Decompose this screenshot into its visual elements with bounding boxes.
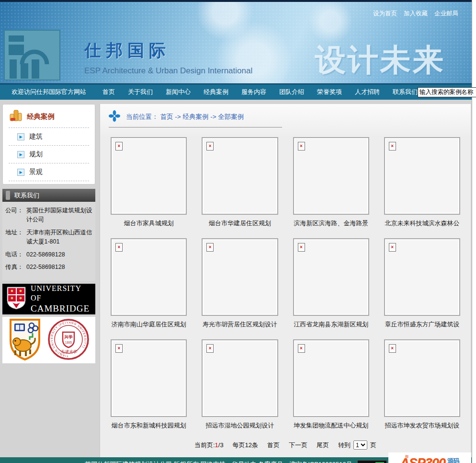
first-page-link[interactable]: 首页 xyxy=(267,441,280,450)
case-image-placeholder[interactable]: × xyxy=(202,238,278,316)
pagination: 当前页:1/3 每页12条 首页 下一页 尾页 转到 1 页 xyxy=(100,440,471,450)
sidebar-item-planning[interactable]: ▶ 规划 xyxy=(9,146,89,163)
next-page-link[interactable]: 下一页 xyxy=(289,441,307,450)
case-title-link[interactable]: 寿光市胡营居住区规划设计 xyxy=(202,316,278,329)
nav-item-jobs[interactable]: 人才招聘 xyxy=(355,88,380,96)
per-page-info: 每页12条 xyxy=(233,441,258,450)
case-item: × 坤发集团物流配送中心规划 xyxy=(293,339,369,430)
sidebar-item-label: 规划 xyxy=(29,150,43,159)
case-item: × 济南市南山华庭居住区规划 xyxy=(111,238,187,329)
nav-item-home[interactable]: 首页 xyxy=(102,88,115,96)
flower-icon xyxy=(109,110,120,124)
case-image-placeholder[interactable]: × xyxy=(293,339,369,417)
enterprise-mail-link[interactable]: 企业邮局 xyxy=(434,10,458,18)
case-title-link[interactable]: 滨海新区滨海路、金海路景 xyxy=(293,215,369,228)
tianjin-university-seal-icon: TIANJIN UNIVERSITY (PEIYANG UNIVERSITY) … xyxy=(48,319,89,362)
breadcrumb: 当前位置： 首页 -> 经典案例 -> 全部案例 xyxy=(100,104,471,127)
nav-item-cases[interactable]: 经典案例 xyxy=(204,88,228,96)
case-image-placeholder[interactable]: × xyxy=(111,339,187,417)
cambridge-line2: CAMBRIDGE xyxy=(31,303,91,314)
sidebar-item-label: 建筑 xyxy=(29,132,43,141)
current-page-number: 1 xyxy=(215,441,218,449)
contact-accent-bar xyxy=(6,191,10,200)
goto-label: 转到 xyxy=(338,441,351,450)
broken-image-icon: × xyxy=(115,243,123,252)
case-title-link[interactable]: 烟台市家具城规划 xyxy=(111,215,187,228)
contact-label: 公司： xyxy=(5,206,26,225)
contact-header: 联系我们 xyxy=(2,189,95,202)
case-title-link[interactable]: 章丘市恒盛东方广场建筑设 xyxy=(384,316,460,329)
case-title-link[interactable]: 北京未来科技城滨水森林公 xyxy=(384,215,460,228)
contact-value: 天津市南开区鞍山西道信诚大厦1-801 xyxy=(26,228,92,247)
last-page-link[interactable]: 尾页 xyxy=(317,441,329,450)
site-banner: 设为首页 加入收藏 企业邮局 仕邦国际 ESP Architecture & U… xyxy=(0,2,472,83)
cambridge-logo: UNIVERSITY OF CAMBRIDGE xyxy=(2,284,95,314)
nav-item-contact[interactable]: 联系我们 xyxy=(393,88,418,96)
case-title-link[interactable]: 烟台市东和新城科技园规划 xyxy=(111,417,187,430)
case-image-placeholder[interactable]: × xyxy=(293,238,369,316)
site-subtitle: ESP Architecture & Urban Design Internat… xyxy=(84,66,252,76)
broken-image-icon: × xyxy=(389,142,396,150)
current-page-info: 当前页:1/3 xyxy=(194,441,224,450)
case-image-placeholder[interactable]: × xyxy=(384,339,460,417)
broken-image-icon: × xyxy=(298,344,305,353)
case-item: × 烟台市华建居住区规划 xyxy=(202,137,278,228)
goto-page-group: 转到 1 页 xyxy=(338,440,376,450)
page-select[interactable]: 1 xyxy=(353,440,367,450)
nav-item-services[interactable]: 服务内容 xyxy=(241,88,266,96)
breadcrumb-label: 当前位置： xyxy=(126,113,159,121)
case-title-link[interactable]: 坤发集团物流配送中心规划 xyxy=(293,417,369,430)
nav-item-about[interactable]: 关于我们 xyxy=(128,88,153,96)
case-image-placeholder[interactable]: × xyxy=(293,137,369,215)
cnzz-stats-badge[interactable]: CNZZ xyxy=(357,460,387,463)
case-title-link[interactable]: 招远市湿地公园规划设计 xyxy=(202,417,278,430)
broken-image-icon: × xyxy=(389,243,396,252)
flame-icon: ≋ xyxy=(405,453,410,460)
case-item: × 招远市坤发农贸市场规划设 xyxy=(384,339,460,430)
buildings-icon xyxy=(9,109,23,124)
cases-grid: × 烟台市家具城规划 × 烟台市华建居住区规划 × 滨海新区滨海路、金海路景 xyxy=(100,127,471,433)
case-title-link[interactable]: 招远市坤发农贸市场规划设 xyxy=(384,417,460,430)
contact-row-phone: 电话： 022-58698128 xyxy=(5,250,92,259)
case-image-placeholder[interactable]: × xyxy=(202,339,278,417)
nav-item-news[interactable]: 新闻中心 xyxy=(166,88,191,96)
case-image-placeholder[interactable]: × xyxy=(384,238,460,316)
sidebar-item-landscape[interactable]: ▶ 景观 xyxy=(9,163,89,181)
contact-label: 地址： xyxy=(5,228,26,247)
breadcrumb-path[interactable]: 首页 -> 经典案例 -> 全部案例 xyxy=(160,113,244,121)
case-item: × 滨海新区滨海路、金海路景 xyxy=(293,137,369,228)
site-title-block: 仕邦国际 ESP Architecture & Urban Design Int… xyxy=(84,39,252,76)
cases-menu-box: 经典案例 ▶ 建筑 ▶ 规划 ▶ 景观 xyxy=(2,104,95,185)
case-title-link[interactable]: 济南市南山华庭居住区规划 xyxy=(111,316,187,329)
nav-item-team[interactable]: 团队介绍 xyxy=(279,88,304,96)
case-title-link[interactable]: 江西省龙南县东湖新区规划 xyxy=(293,316,369,329)
case-image-placeholder[interactable]: × xyxy=(202,137,278,215)
cambridge-line1: UNIVERSITY OF xyxy=(31,284,91,303)
search-input[interactable] xyxy=(418,87,476,97)
arrow-right-icon: ▶ xyxy=(17,169,24,176)
broken-image-icon: × xyxy=(206,142,214,150)
set-homepage-link[interactable]: 设为首页 xyxy=(373,10,397,18)
sidebar-item-architecture[interactable]: ▶ 建筑 xyxy=(9,128,89,146)
contact-row-address: 地址： 天津市南开区鞍山西道信诚大厦1-801 xyxy=(5,228,92,247)
broken-image-icon: × xyxy=(115,142,123,150)
case-image-placeholder[interactable]: × xyxy=(111,238,187,316)
asp300-watermark: ≋ ASP300 源码 .com xyxy=(388,452,471,463)
cnzz-stripes-icon xyxy=(375,462,384,463)
case-image-placeholder[interactable]: × xyxy=(384,137,460,215)
case-title-link[interactable]: 烟台市华建居住区规划 xyxy=(202,215,278,228)
contact-body: 公司： 英国仕邦国际建筑规划设计公司 地址： 天津市南开区鞍山西道信诚大厦1-8… xyxy=(2,202,95,281)
broken-image-icon: × xyxy=(206,243,214,252)
cambridge-crest-icon xyxy=(6,286,26,312)
contact-value: 022-58698128 xyxy=(26,250,92,259)
add-favorite-link[interactable]: 加入收藏 xyxy=(404,10,428,18)
contact-title: 联系我们 xyxy=(14,191,39,200)
search-area: 搜 索 xyxy=(418,86,476,98)
case-image-placeholder[interactable]: × xyxy=(111,137,187,215)
banner-watermark-text: 设计未来 xyxy=(315,39,445,81)
current-page-label: 当前页: xyxy=(194,441,215,449)
nav-item-honors[interactable]: 荣誉奖项 xyxy=(317,88,342,96)
welcome-text: 欢迎访问仕邦国际官方网站 xyxy=(11,88,86,96)
contact-label: 电话： xyxy=(5,250,26,259)
asp300-cn: 源码 xyxy=(447,458,460,463)
